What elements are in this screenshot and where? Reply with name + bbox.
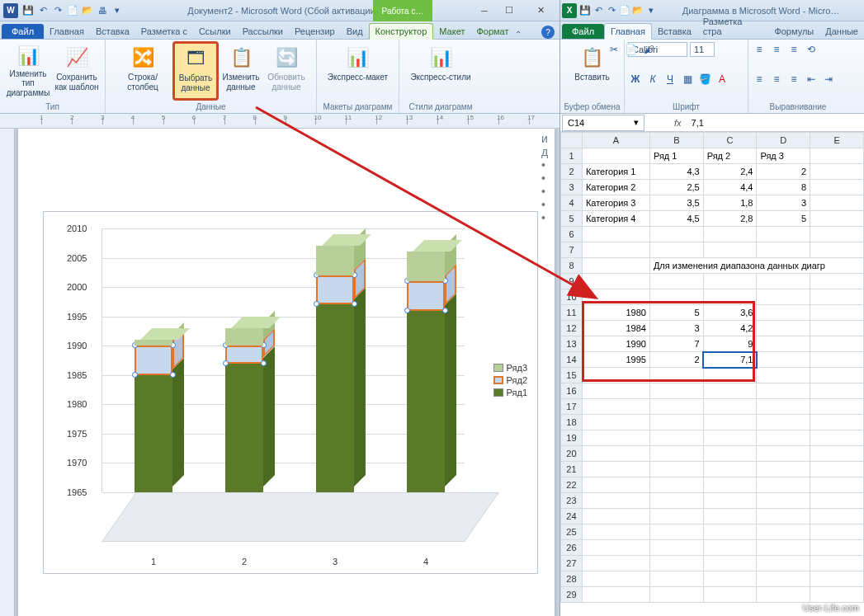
cell[interactable]: 1,8 [703, 195, 757, 211]
col-header-C[interactable]: C [703, 133, 757, 148]
row-header[interactable]: 19 [561, 430, 583, 446]
legend-item[interactable]: Ряд2 [493, 375, 527, 385]
qat-undo-icon[interactable]: ↶ [36, 4, 50, 17]
row-header[interactable]: 14 [561, 352, 583, 368]
cell[interactable]: 1980 [582, 305, 649, 321]
italic-icon[interactable]: К [645, 72, 660, 87]
cell[interactable]: 2,5 [649, 180, 703, 195]
cell[interactable]: 3,5 [649, 195, 703, 211]
cell[interactable]: 3 [649, 321, 703, 336]
cell[interactable]: 1984 [582, 321, 649, 336]
cell[interactable]: 5 [649, 305, 703, 321]
align-top-icon[interactable]: ≡ [752, 42, 767, 57]
qat-dropdown-icon[interactable]: ▾ [644, 4, 658, 17]
cell[interactable]: Категория 2 [582, 180, 649, 195]
cell[interactable]: Категория 1 [582, 164, 649, 180]
tab-review[interactable]: Рецензир [289, 24, 341, 39]
row-header[interactable]: 1 [561, 148, 583, 164]
tab-chartlayout[interactable]: Макет [433, 24, 470, 39]
tab-pagelayout[interactable]: Разметка стра [697, 14, 769, 39]
row-header[interactable]: 9 [561, 274, 583, 289]
save-template-button[interactable]: 📈 Сохранить как шаблон [53, 42, 101, 100]
row-header[interactable]: 8 [561, 258, 583, 274]
row-header[interactable]: 27 [561, 556, 583, 571]
col-header-D[interactable]: D [757, 133, 810, 148]
indent-dec-icon[interactable]: ⇤ [804, 72, 819, 87]
align-right-icon[interactable]: ≡ [786, 72, 801, 87]
select-all-button[interactable] [561, 133, 583, 148]
cell[interactable]: 1995 [582, 352, 649, 368]
font-size-select[interactable]: 11 [690, 42, 715, 57]
tab-home[interactable]: Главная [44, 24, 90, 39]
cell[interactable]: 4,3 [649, 164, 703, 180]
tab-mailings[interactable]: Рассылки [237, 24, 289, 39]
align-mid-icon[interactable]: ≡ [769, 42, 784, 57]
cell-selected[interactable]: 7,1 [703, 352, 757, 368]
chart-object[interactable]: 1965197019751980198519901995200020052010… [43, 211, 538, 574]
row-header[interactable]: 2 [561, 164, 583, 180]
formula-bar[interactable]: 7,1 [687, 118, 864, 128]
tab-references[interactable]: Ссылки [193, 24, 237, 39]
legend-item[interactable]: Ряд1 [493, 388, 527, 397]
cell[interactable]: 2 [757, 164, 810, 180]
col-header-B[interactable]: B [649, 133, 703, 148]
switch-row-column-button[interactable]: 🔀 Строка/столбец [113, 42, 172, 100]
fx-icon[interactable]: fx [674, 118, 682, 128]
row-header[interactable]: 15 [561, 368, 583, 383]
qat-redo-icon[interactable]: ↷ [605, 4, 618, 17]
fill-color-icon[interactable]: 🪣 [697, 72, 712, 87]
quick-layout-button[interactable]: 📊 Экспресс-макет [321, 42, 395, 100]
cut-icon[interactable]: ✂ [607, 42, 621, 57]
qat-print-icon[interactable]: 🖶 [96, 4, 109, 17]
row-header[interactable]: 26 [561, 540, 583, 556]
row-header[interactable]: 23 [561, 493, 583, 509]
select-data-button[interactable]: 🗔 Выбрать данные [173, 42, 218, 100]
qat-dropdown-icon[interactable]: ▾ [111, 4, 124, 17]
minimize-button[interactable]: ─ [472, 2, 497, 19]
worksheet[interactable]: A B C D E 1Ряд 1Ряд 2Ряд 3 2Категория 14… [560, 132, 864, 616]
tab-file[interactable]: Файл [2, 24, 44, 39]
cell[interactable]: 4,2 [703, 321, 757, 336]
help-icon[interactable]: ? [541, 26, 555, 39]
cell[interactable]: Ряд 3 [757, 148, 810, 164]
format-painter-icon[interactable]: 🖌 [641, 42, 656, 57]
qat-open-icon[interactable]: 📂 [81, 4, 94, 17]
cell[interactable]: Категория 3 [582, 195, 649, 211]
row-header[interactable]: 7 [561, 242, 583, 258]
vertical-ruler[interactable] [0, 129, 15, 616]
legend-item[interactable]: Ряд3 [493, 363, 527, 373]
copy-icon[interactable]: 📄 [624, 42, 639, 57]
collapse-ribbon-icon[interactable]: ⌃ [515, 30, 522, 39]
change-chart-type-button[interactable]: 📊 Изменить тип диаграммы [4, 42, 52, 100]
name-box[interactable]: C14▾ [562, 115, 644, 131]
tab-layout[interactable]: Разметка с [135, 24, 193, 39]
col-header-A[interactable]: A [582, 133, 649, 148]
cell[interactable]: 4,4 [703, 180, 757, 195]
bold-icon[interactable]: Ж [628, 72, 643, 87]
row-header[interactable]: 6 [561, 227, 583, 242]
qat-undo-icon[interactable]: ↶ [592, 4, 605, 17]
cell[interactable]: 2,4 [703, 164, 757, 180]
cell[interactable]: 5 [757, 211, 810, 227]
align-left-icon[interactable]: ≡ [752, 72, 767, 87]
row-header[interactable]: 3 [561, 180, 583, 195]
underline-icon[interactable]: Ч [663, 72, 678, 87]
refresh-data-button[interactable]: 🔄 Обновить данные [264, 42, 309, 100]
edit-data-button[interactable]: 📋 Изменить данные [219, 42, 263, 100]
tab-file[interactable]: Файл [562, 24, 604, 39]
cell[interactable]: 2,8 [703, 211, 757, 227]
cell[interactable]: 8 [757, 180, 810, 195]
maximize-button[interactable]: ☐ [497, 2, 522, 19]
cell[interactable]: 3 [757, 195, 810, 211]
cell[interactable]: 9 [703, 336, 757, 352]
row-header[interactable]: 13 [561, 336, 583, 352]
chart-bar[interactable] [225, 228, 263, 492]
row-header[interactable]: 17 [561, 399, 583, 415]
align-center-icon[interactable]: ≡ [769, 72, 784, 87]
row-header[interactable]: 24 [561, 509, 583, 524]
qat-more-icon[interactable]: 📄 [618, 4, 631, 17]
qat-new-icon[interactable]: 📄 [66, 4, 79, 17]
cell[interactable]: Ряд 1 [649, 148, 703, 164]
chart-legend[interactable]: Ряд3Ряд2Ряд1 [493, 360, 527, 400]
border-icon[interactable]: ▦ [680, 72, 695, 87]
